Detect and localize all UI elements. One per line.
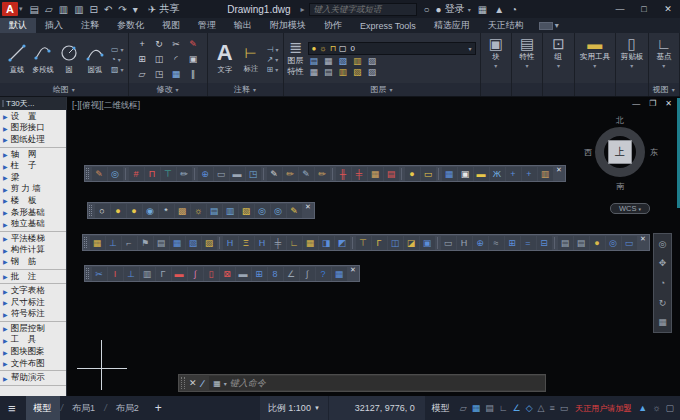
tz-tool-icon[interactable]: ⊕ [198, 167, 213, 181]
osnap-icon[interactable]: ◇ [526, 403, 533, 413]
drawing-canvas[interactable]: [-][俯视][二维线框] —❐✕ 北 南 西 东 上 WCS ▾ ◎✥◔↻▦ … [67, 97, 680, 396]
rotate-icon[interactable]: ↻ [152, 37, 167, 51]
ribbon-tab-3[interactable]: 参数化 [108, 18, 153, 33]
ribbon-tab-8[interactable]: 协作 [315, 18, 351, 33]
explode-icon[interactable]: ▣ [186, 52, 201, 66]
tz-tool-icon[interactable]: ▥ [538, 167, 553, 181]
plot-icon[interactable]: ⊟ [90, 4, 98, 15]
table-icon[interactable]: ⊞▾ [267, 65, 279, 74]
copy-icon[interactable]: ⊞ [135, 52, 150, 66]
sidebar-item[interactable]: ▶构件计算 [0, 245, 66, 257]
hatch-tool-icon[interactable]: ▨▾ [111, 65, 124, 74]
tz-tool-icon[interactable]: ▣ [420, 236, 435, 250]
toolbar-grip[interactable] [86, 168, 89, 179]
tz-tool-icon[interactable]: Ι [108, 267, 123, 281]
sidebar-item[interactable]: ▶图纸处理 [0, 134, 66, 146]
model-space-toggle[interactable]: 模型 [425, 402, 457, 415]
clipboard-panel-button[interactable]: ▯剪贴板▾ [616, 33, 648, 83]
tz-tool-icon[interactable]: ◉ [143, 204, 158, 218]
help-icon[interactable]: ◔ [511, 4, 517, 15]
tz-tool-icon[interactable]: ▧ [239, 204, 254, 218]
app-logo-icon[interactable]: A [2, 2, 18, 16]
sidebar-item[interactable]: ▶独立基础 [0, 218, 66, 230]
rectangle-tool-icon[interactable]: ▭▾ [111, 45, 124, 54]
doc-restore-button[interactable]: ❐ [649, 99, 656, 108]
dim-style-icon[interactable]: ⊣▾ [267, 45, 279, 54]
leader-icon[interactable]: ↗▾ [267, 55, 279, 64]
tz-tool-icon[interactable]: ▤ [558, 236, 573, 250]
properties-panel-button[interactable]: ▤特性▾ [512, 33, 542, 83]
sidebar-title[interactable]: T30天... [0, 97, 66, 110]
tz-tool-icon[interactable]: ∠ [284, 267, 299, 281]
tz-tool-icon[interactable]: ▦ [170, 236, 185, 250]
tz-tool-icon[interactable]: ▬ [236, 267, 251, 281]
tz-tool-icon[interactable]: ╪ [352, 167, 367, 181]
tz-tool-icon[interactable]: ✎ [287, 204, 302, 218]
layer-tool-icon[interactable]: ▦ [324, 56, 333, 66]
doc-minimize-button[interactable]: — [632, 99, 640, 108]
tz-tool-icon[interactable]: Η [457, 236, 472, 250]
tz-tool-icon[interactable]: ∟ [287, 236, 302, 250]
tz-tool-icon[interactable]: ◎ [108, 167, 123, 181]
tz-tool-icon[interactable]: ⊞ [505, 236, 520, 250]
wcs-dropdown[interactable]: WCS ▾ [610, 203, 650, 214]
viewcube-west[interactable]: 西 [584, 147, 592, 158]
tz-tool-icon[interactable]: ▤ [154, 236, 169, 250]
trim-icon[interactable]: ✂ [169, 37, 184, 51]
tz-tool-icon[interactable]: ✎ [267, 167, 282, 181]
tz-tool-icon[interactable]: ▯ [204, 267, 219, 281]
sidebar-item[interactable]: ▶图层控制 [0, 323, 66, 335]
new-file-icon[interactable]: ▤ [30, 4, 39, 15]
tz-tool-icon[interactable]: ⊕ [473, 236, 488, 250]
tz-tool-icon[interactable]: ▥ [140, 267, 155, 281]
search-icon[interactable]: ○ [424, 4, 430, 15]
qat-more-icon[interactable]: ▾ [133, 4, 138, 15]
sidebar-item[interactable]: ▶楼 板 [0, 195, 66, 207]
scale-selector[interactable]: 比例 1:100 ▼ [260, 396, 328, 420]
ortho-icon[interactable]: ∟ [499, 403, 508, 413]
ribbon-tab-2[interactable]: 注释 [72, 18, 108, 33]
tz-tool-icon[interactable]: ✎ [92, 167, 107, 181]
undo-icon[interactable]: ↶ [104, 4, 112, 15]
toolbar-grip[interactable] [89, 205, 92, 216]
tz-tool-icon[interactable]: ⊠ [220, 267, 235, 281]
tz-tool-icon[interactable]: ▭ [214, 167, 229, 181]
tz-tool-icon[interactable]: ▨ [202, 236, 217, 250]
tz-tool-icon[interactable]: ◫ [388, 236, 403, 250]
tz-tool-icon[interactable]: ∫ [300, 267, 315, 281]
tz-tool-icon[interactable]: Ж [490, 167, 505, 181]
tz-tool-icon[interactable]: ⊥ [106, 236, 121, 250]
tz-tool-icon[interactable]: ✏ [315, 167, 330, 181]
layer-tool-icon[interactable]: ▤ [324, 67, 333, 77]
sidebar-item[interactable]: ▶钢 筋 [0, 256, 66, 268]
viewcube[interactable]: 北 南 西 东 上 [588, 115, 652, 201]
sidebar-item[interactable]: ▶设 置 [0, 111, 66, 123]
layout-tab-2[interactable]: 布局2 [108, 396, 147, 420]
viewcube-east[interactable]: 东 [650, 147, 658, 158]
move-icon[interactable]: + [135, 37, 150, 51]
viewport-controls[interactable]: [-][俯视][二维线框] [72, 100, 140, 112]
tz-tool-icon[interactable]: ◩ [335, 236, 350, 250]
zoom-icon[interactable]: ◔ [660, 278, 665, 288]
tz-tool-icon[interactable]: ∫ [188, 267, 203, 281]
tz-tool-icon[interactable]: ? [316, 267, 331, 281]
stretch-icon[interactable]: ▱ [135, 67, 150, 81]
new-layout-button[interactable]: + [155, 401, 162, 415]
sidebar-item[interactable]: ▶文字表格 [0, 285, 66, 297]
open-folder-icon[interactable]: ▱ [45, 4, 53, 15]
tz-tool-icon[interactable]: ◳ [246, 167, 261, 181]
tz-tool-icon[interactable]: ▬ [172, 267, 187, 281]
tz-tool-icon[interactable]: ◎ [271, 204, 286, 218]
tz-tool-icon[interactable]: ▦ [332, 267, 347, 281]
tz-tool-icon[interactable]: 8 [268, 267, 283, 281]
sidebar-item[interactable]: ▶帮助演示 [0, 372, 66, 384]
toolbar-close-icon[interactable]: ✕ [556, 166, 562, 174]
tz-tool-icon[interactable]: Γ [156, 267, 171, 281]
clean-screen-icon[interactable]: ▢ [665, 403, 674, 413]
signin-button[interactable]: ● 登录 ▾ [436, 2, 471, 16]
sidebar-item[interactable]: ▶批 注 [0, 271, 66, 283]
tz-tool-icon[interactable]: + [522, 167, 537, 181]
tz-tool-icon[interactable]: ▦ [303, 236, 318, 250]
dynamic-input-icon[interactable]: ▭ [560, 403, 569, 413]
layer-tool-icon[interactable]: ▧ [353, 67, 362, 77]
